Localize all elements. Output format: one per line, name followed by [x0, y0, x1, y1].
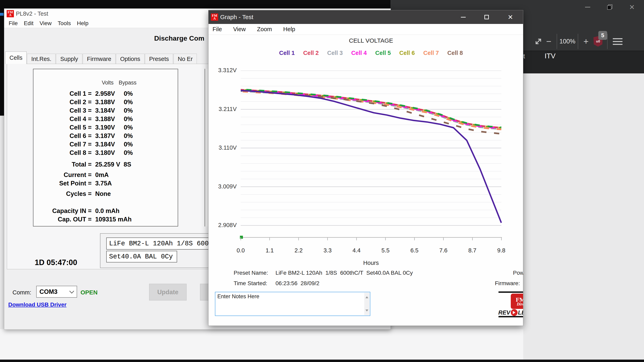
window-title: Graph - Test: [220, 14, 253, 20]
left-blue-fragment: [0, 13, 4, 16]
graph-titlebar[interactable]: FMA Graph - Test: [208, 10, 523, 24]
legend-item-cell-1[interactable]: Cell 1: [279, 50, 295, 56]
legend-item-cell-7[interactable]: Cell 7: [423, 50, 439, 56]
y-axis-label: 3.211V: [208, 106, 237, 112]
legend-item-cell-8[interactable]: Cell 8: [448, 50, 463, 56]
comm-label: Comm:: [12, 289, 31, 296]
notes-placeholder: Enter Notes Here: [217, 293, 260, 300]
toolbar-separator: [607, 34, 608, 49]
graph-window: FMA Graph - Test × File View Zoom Help C…: [208, 10, 523, 326]
comm-port-value: COM3: [37, 288, 70, 296]
tab-cells[interactable]: Cells: [5, 51, 26, 64]
minimize-icon: [461, 17, 466, 17]
cell-row-1: Cell 1 =2.958V0%: [34, 90, 178, 98]
menu-view[interactable]: View: [233, 26, 246, 32]
x-axis-tick: [240, 237, 241, 240]
y-axis-label: 3.110V: [208, 144, 237, 151]
zoom-level[interactable]: 100%: [560, 38, 575, 45]
cycles-readout: Cycles =None: [34, 190, 178, 199]
tab-firmware[interactable]: Firmware: [83, 54, 116, 64]
update-button[interactable]: Update: [149, 284, 186, 301]
x-axis-label: 7.6: [434, 247, 452, 254]
time-started-value: 06:23:56 28/09/2: [276, 280, 320, 287]
desktop-bottom-strip: [0, 329, 523, 360]
x-axis-title: Hours: [241, 260, 501, 266]
menu-tools[interactable]: Tools: [56, 20, 75, 26]
os-window-controls: ×: [576, 0, 644, 14]
fullscreen-icon[interactable]: [533, 36, 544, 46]
menu-zoom[interactable]: Zoom: [257, 26, 272, 32]
browser-tab-label[interactable]: ITV: [544, 52, 556, 60]
power-label: Power: [513, 270, 523, 276]
firmware-label: Firmware:: [495, 280, 520, 287]
tab-supply[interactable]: Supply: [56, 54, 82, 64]
legend-item-cell-6[interactable]: Cell 6: [399, 50, 415, 56]
pl8v2-tabstrip: Cells Int.Res. Supply Firmware Options P…: [5, 51, 197, 64]
menu-icon[interactable]: [610, 38, 625, 45]
x-axis-label: 9.8: [492, 247, 510, 254]
logo-divider: [498, 316, 523, 317]
legend-item-cell-3[interactable]: Cell 3: [327, 50, 343, 56]
notes-input[interactable]: Enter Notes Here: [215, 292, 370, 316]
comm-status: OPEN: [80, 289, 98, 296]
menu-file[interactable]: File: [7, 20, 22, 26]
menu-file[interactable]: File: [212, 26, 222, 32]
chart-legend: Cell 1Cell 2Cell 3Cell 4Cell 5Cell 6Cell…: [241, 50, 501, 56]
app-icon: FMA: [7, 10, 14, 17]
set-point-readout: Set Point =3.75A: [34, 180, 178, 189]
graph-maximize-button[interactable]: [478, 10, 496, 24]
toolbar-separator: [578, 34, 578, 49]
comm-port-select[interactable]: COM3: [36, 286, 77, 298]
x-axis-tick: [269, 237, 270, 240]
x-axis-tick: [385, 237, 386, 240]
status-heading: Discharge Com: [154, 34, 204, 42]
menu-view[interactable]: View: [38, 20, 56, 26]
legend-item-cell-2[interactable]: Cell 2: [303, 50, 318, 56]
total-voltage: Total =25.259 V 8S: [34, 161, 178, 170]
graph-close-button[interactable]: ×: [501, 10, 520, 24]
y-axis-label: 2.908V: [208, 222, 237, 228]
capacity-in-readout: Capacity IN =0.0 mAh: [34, 207, 178, 216]
zoom-out-icon[interactable]: −: [544, 37, 554, 46]
zoom-in-icon[interactable]: +: [580, 37, 592, 46]
tab-int-res[interactable]: Int.Res.: [27, 54, 56, 64]
chart-title: CELL VOLTAGE: [241, 37, 501, 44]
close-button[interactable]: ×: [626, 1, 638, 13]
download-usb-driver-link[interactable]: Download USB Driver: [8, 302, 66, 308]
tab-presets[interactable]: Presets: [145, 54, 173, 64]
preset-settings-field[interactable]: Set40.0A BAL 0Cy: [106, 251, 177, 263]
voltage-chart[interactable]: [241, 71, 502, 227]
x-axis-line: [241, 237, 502, 238]
graph-minimize-button[interactable]: [454, 10, 472, 24]
cell-row-2: Cell 2 =3.188V0%: [34, 98, 178, 107]
scroll-down-icon[interactable]: [366, 310, 368, 312]
notes-scrollbar[interactable]: [364, 293, 370, 315]
cell-row-8: Cell 8 =3.180V0%: [34, 149, 178, 158]
cell-row-4: Cell 4 =3.188V0%: [34, 115, 178, 124]
menu-help[interactable]: Help: [283, 26, 295, 32]
x-axis-tick: [501, 237, 502, 240]
tab-options[interactable]: Options: [116, 54, 144, 64]
elapsed-timer: 1D 05:47:00: [28, 258, 84, 267]
menu-help[interactable]: Help: [75, 20, 93, 26]
x-axis-tick: [356, 237, 357, 240]
fma-direct-logo: FM Dire: [511, 294, 523, 309]
legend-item-cell-5[interactable]: Cell 5: [375, 50, 391, 56]
cell-data-panel: Volts Bypass Cell 1 =2.958V0% Cell 2 =3.…: [33, 69, 178, 226]
tab-no-errors[interactable]: No Er: [174, 54, 197, 64]
scroll-up-icon[interactable]: [366, 296, 368, 298]
cell-row-3: Cell 3 =3.184V0%: [34, 107, 178, 115]
bypass-column-header: Bypass: [116, 80, 140, 86]
x-axis-tick: [443, 237, 444, 240]
series-cell-5: [241, 89, 501, 127]
menu-edit[interactable]: Edit: [22, 20, 38, 26]
close-icon: ×: [508, 13, 513, 21]
time-started-label: Time Started:: [234, 280, 267, 287]
x-axis-label: 0.0: [232, 247, 250, 254]
restore-button[interactable]: [604, 1, 616, 13]
minimize-button[interactable]: [582, 1, 594, 13]
adblock-extension-button[interactable]: u0 5: [594, 36, 603, 47]
current-readout: Current =0mA: [34, 171, 178, 180]
screen: × − 100% + u0 5 t ITV FMA PL8v2 - Test F…: [0, 0, 644, 362]
legend-item-cell-4[interactable]: Cell 4: [351, 50, 367, 56]
